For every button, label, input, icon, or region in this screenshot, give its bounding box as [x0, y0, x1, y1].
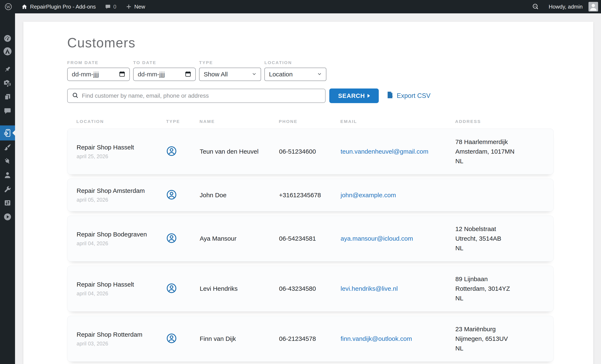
customer-name: John Doe — [200, 192, 279, 199]
header-location: LOCATION — [76, 119, 166, 124]
customer-email-link[interactable]: levi.hendriks@live.nl — [341, 285, 455, 292]
video-play-icon — [3, 212, 12, 221]
wordpress-logo-menu[interactable]: W — [0, 0, 17, 13]
address-line: Utrecht, 3514AB — [455, 234, 547, 243]
table-row: Repair Shop Rotterdam april 03, 2026 Fin… — [67, 316, 554, 362]
from-date-field[interactable] — [72, 71, 111, 78]
avatar — [589, 2, 598, 11]
customer-location: Repair Shop Hasselt — [77, 144, 166, 151]
customer-phone: 06-54234581 — [279, 235, 341, 242]
search-input[interactable] — [82, 92, 321, 99]
address-line: Amsterdam, 1017MN — [455, 147, 547, 156]
user-circle-icon — [166, 146, 177, 156]
export-csv-link[interactable]: Export CSV — [385, 91, 431, 101]
location-select[interactable]: Location — [264, 68, 326, 81]
sidebar-item-pages[interactable] — [0, 91, 15, 103]
customer-location: Repair Shop Bodegraven — [77, 231, 166, 238]
sidebar-item-tools[interactable] — [0, 183, 15, 196]
customer-email-link[interactable]: finn.vandijk@outlook.com — [341, 335, 455, 342]
sidebar-item-addon-brand[interactable] — [0, 45, 15, 58]
new-content-menu[interactable]: New — [121, 0, 150, 13]
customer-address: 12 Nobelstraat Utrecht, 3514AB NL — [455, 224, 547, 253]
chevron-down-icon — [317, 71, 322, 77]
tools-wrench-icon — [3, 185, 12, 193]
search-button[interactable]: SEARCH — [329, 89, 379, 103]
customer-location: Repair Shop Hasselt — [77, 281, 166, 288]
svg-text:W: W — [6, 4, 10, 9]
to-date-input[interactable] — [133, 68, 196, 81]
header-email: EMAIL — [340, 119, 455, 124]
sidebar-item-users[interactable] — [0, 169, 15, 181]
user-circle-icon — [166, 190, 177, 200]
media-icon — [3, 78, 12, 87]
sidebar-item-settings[interactable] — [0, 197, 15, 209]
calendar-icon — [184, 70, 191, 78]
address-line: Nijmegen, 6513UV — [455, 334, 547, 344]
filters-row: FROM DATE TO DATE — [67, 60, 554, 81]
admin-sidebar — [0, 13, 15, 364]
address-line: NL — [455, 156, 547, 166]
settings-sliders-icon — [3, 199, 12, 207]
to-date-field[interactable] — [138, 71, 177, 78]
customer-type-cell — [166, 233, 200, 244]
customer-address: 89 Lijnbaan Rotterdam, 3014YZ NL — [455, 274, 547, 303]
posts-pin-icon — [3, 65, 12, 73]
search-ellipsis-icon — [531, 3, 540, 11]
customer-date: april 04, 2026 — [77, 291, 166, 297]
pages-icon — [3, 93, 12, 101]
filter-location: LOCATION Location — [264, 60, 326, 81]
sidebar-item-comments[interactable] — [0, 105, 15, 117]
account-menu[interactable]: Howdy, admin — [544, 0, 598, 13]
location-select-value: Location — [269, 71, 292, 78]
customer-address: 78 Haarlemmerdijk Amsterdam, 1017MN NL — [455, 137, 547, 166]
sidebar-item-posts[interactable] — [0, 63, 15, 76]
chevron-down-icon — [251, 71, 257, 77]
customer-email-link[interactable]: teun.vandenheuvel@gmail.com — [341, 148, 455, 155]
customer-email-link[interactable]: aya.mansour@icloud.com — [341, 235, 455, 242]
customer-phone: 06-51234600 — [279, 148, 341, 155]
customer-address: 23 Mariënburg Nijmegen, 6513UV NL — [455, 324, 547, 353]
comment-bubble-icon — [105, 4, 111, 10]
customers-panel: Customers FROM DATE — [23, 22, 593, 364]
sidebar-item-appearance[interactable] — [0, 141, 15, 154]
wordpress-logo-icon: W — [5, 3, 12, 10]
comments-menu[interactable]: 0 — [100, 0, 121, 13]
header-phone: PHONE — [279, 119, 340, 124]
export-csv-label: Export CSV — [397, 92, 431, 100]
search-box[interactable] — [67, 89, 326, 103]
site-name-link[interactable]: RepairPlugin Pro - Add-ons — [17, 0, 100, 13]
customer-email-link[interactable]: john@example.com — [341, 192, 455, 199]
user-circle-icon — [166, 333, 177, 344]
customer-type-cell — [166, 190, 200, 201]
export-file-icon — [385, 91, 394, 101]
customer-type-cell — [166, 146, 200, 157]
header-type: TYPE — [166, 119, 200, 124]
addon-brand-icon — [3, 47, 12, 56]
customer-name: Teun van den Heuvel — [200, 148, 279, 155]
to-date-label: TO DATE — [133, 60, 196, 65]
table-row: Repair Shop Hasselt april 25, 2026 Teun … — [67, 129, 554, 174]
sidebar-item-video[interactable] — [0, 211, 15, 223]
table-header-row: LOCATION TYPE NAME PHONE EMAIL ADDRESS — [67, 119, 554, 124]
type-label: TYPE — [199, 60, 261, 65]
address-line: Rotterdam, 3014YZ — [455, 284, 547, 293]
customer-name: Levi Hendriks — [200, 285, 279, 292]
admin-bar: W RepairPlugin Pro - Add-ons 0 — [0, 0, 601, 13]
location-label: LOCATION — [264, 60, 326, 65]
comments-count: 0 — [113, 4, 116, 10]
customer-location-cell: Repair Shop Rotterdam april 03, 2026 — [77, 331, 166, 347]
header-name: NAME — [200, 119, 279, 124]
customer-location-cell: Repair Shop Hasselt april 25, 2026 — [77, 144, 166, 160]
sidebar-item-repairplugin-active[interactable] — [0, 125, 15, 141]
customer-date: april 04, 2026 — [77, 241, 166, 246]
from-date-input[interactable] — [67, 68, 130, 81]
customer-location-cell: Repair Shop Hasselt april 04, 2026 — [77, 281, 166, 297]
type-select[interactable]: Show All — [199, 68, 261, 81]
sidebar-item-media[interactable] — [0, 76, 15, 89]
admin-search-button[interactable] — [527, 0, 544, 13]
customer-name: Aya Mansour — [200, 235, 279, 242]
address-line: NL — [455, 344, 547, 353]
sidebar-item-dashboard[interactable] — [0, 32, 15, 45]
sidebar-item-plugins[interactable] — [0, 155, 15, 167]
customer-date: april 05, 2026 — [77, 197, 166, 203]
